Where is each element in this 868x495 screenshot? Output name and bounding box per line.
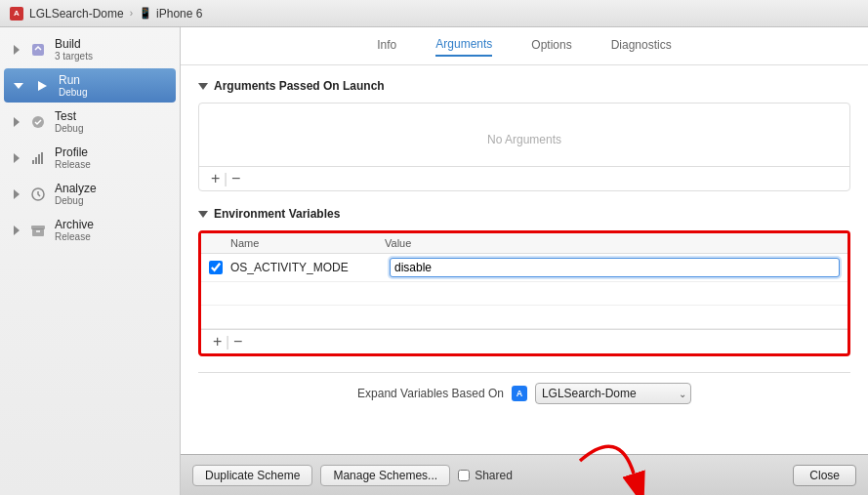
sidebar-item-archive[interactable]: Archive Release [4, 213, 176, 247]
arguments-section-title: Arguments Passed On Launch [214, 79, 385, 93]
env-remove-button[interactable]: − [229, 334, 246, 350]
shared-label: Shared [475, 469, 513, 482]
device-name: iPhone 6 [156, 7, 202, 21]
expand-vars-select[interactable]: LGLSearch-Dome [535, 383, 691, 404]
expand-arrow-run [14, 83, 23, 89]
env-expand-icon[interactable] [198, 211, 208, 218]
test-title: Test [55, 109, 83, 123]
analyze-title: Analyze [55, 182, 97, 195]
test-text: Test Debug [55, 109, 83, 134]
arguments-empty-text: No Arguments [199, 103, 849, 166]
env-row-0-checkbox[interactable] [209, 261, 223, 274]
title-bar: A LGLSearch-Dome › 📱 iPhone 6 [0, 0, 868, 27]
env-col-value-header: Value [385, 237, 840, 249]
svg-rect-3 [32, 160, 34, 164]
duplicate-scheme-button[interactable]: Duplicate Scheme [192, 465, 312, 486]
project-name: LGLSearch-Dome [29, 7, 124, 21]
env-row-0-name: OS_ACTIVITY_MODE [230, 261, 382, 274]
tabs-bar: Info Arguments Options Diagnostics [181, 27, 868, 65]
env-row-0-value[interactable] [390, 258, 840, 277]
archive-subtitle: Release [55, 231, 94, 242]
analyze-subtitle: Debug [55, 195, 97, 206]
env-empty-row-2 [201, 306, 847, 329]
build-title: Build [55, 37, 93, 51]
content-wrapper: Info Arguments Options Diagnostics Argum… [181, 27, 868, 495]
svg-rect-8 [32, 228, 44, 236]
env-section-title: Environment Variables [214, 207, 340, 221]
red-arrow-indicator [570, 456, 648, 495]
profile-title: Profile [55, 145, 91, 159]
analyze-text: Analyze Debug [55, 182, 97, 206]
shared-checkbox-label: Shared [458, 469, 513, 482]
device-selector[interactable]: 📱 iPhone 6 [139, 7, 202, 21]
expand-vars-label: Expand Variables Based On [357, 387, 504, 400]
env-row-0: OS_ACTIVITY_MODE [201, 254, 847, 282]
svg-rect-6 [41, 152, 43, 164]
expand-arrow-test [14, 117, 20, 127]
build-icon [29, 41, 47, 59]
expand-vars-bar: Expand Variables Based On A LGLSearch-Do… [198, 372, 850, 412]
expand-arrow-profile [14, 153, 20, 163]
archive-title: Archive [55, 218, 94, 231]
svg-rect-0 [32, 44, 44, 56]
build-text: Build 3 targets [55, 37, 93, 62]
arguments-section-header: Arguments Passed On Launch [198, 79, 850, 93]
device-icon: 📱 [139, 7, 152, 20]
env-section-header: Environment Variables [198, 207, 850, 221]
env-empty-row-1 [201, 282, 847, 306]
env-table-header: Name Value [201, 233, 847, 254]
tab-options[interactable]: Options [531, 38, 571, 56]
sidebar-item-test[interactable]: Test Debug [4, 104, 176, 139]
svg-rect-5 [38, 154, 40, 164]
main-layout: Build 3 targets Run Debug [0, 27, 868, 495]
arguments-table: No Arguments + | − [198, 103, 850, 191]
sidebar-item-build[interactable]: Build 3 targets [4, 32, 176, 66]
env-add-remove-bar: + | − [201, 329, 847, 353]
profile-subtitle: Release [55, 159, 91, 170]
expand-vars-select-wrapper: LGLSearch-Dome ⌄ [535, 383, 691, 404]
expand-arrow-analyze [14, 189, 20, 199]
sidebar-item-profile[interactable]: Profile Release [4, 141, 176, 175]
run-title: Run [59, 73, 87, 87]
shared-checkbox[interactable] [458, 470, 470, 481]
content-area: Info Arguments Options Diagnostics Argum… [181, 27, 868, 454]
arguments-add-remove-bar: + | − [199, 166, 849, 190]
env-add-button[interactable]: + [209, 334, 226, 350]
sidebar-item-run[interactable]: Run Debug [4, 68, 176, 103]
profile-text: Profile Release [55, 145, 91, 170]
arguments-remove-button[interactable]: − [227, 171, 244, 186]
xcode-icon: A [512, 386, 527, 401]
sidebar: Build 3 targets Run Debug [0, 27, 181, 495]
test-icon [29, 113, 47, 131]
tab-diagnostics[interactable]: Diagnostics [611, 38, 672, 56]
archive-text: Archive Release [55, 218, 94, 242]
sidebar-item-analyze[interactable]: Analyze Debug [4, 177, 176, 211]
manage-schemes-button[interactable]: Manage Schemes... [320, 465, 450, 486]
run-icon [33, 77, 51, 95]
tab-info[interactable]: Info [377, 38, 396, 56]
tab-arguments[interactable]: Arguments [435, 37, 492, 57]
test-subtitle: Debug [55, 123, 83, 134]
env-col-name-header: Name [209, 237, 385, 249]
app-icon: A [10, 7, 23, 21]
profile-icon [29, 149, 47, 167]
analyze-icon [29, 186, 47, 203]
bottom-bar: Duplicate Scheme Manage Schemes... Share… [181, 454, 868, 495]
svg-marker-1 [38, 81, 47, 91]
archive-icon [29, 222, 47, 239]
run-text: Run Debug [59, 73, 87, 98]
svg-rect-4 [35, 157, 37, 164]
expand-arrow-build [14, 45, 20, 55]
svg-rect-9 [31, 226, 45, 229]
breadcrumb-arrow: › [130, 8, 133, 19]
env-table: Name Value OS_ACTIVITY_MODE [198, 230, 850, 356]
content-panel: Arguments Passed On Launch No Arguments … [181, 65, 868, 454]
build-subtitle: 3 targets [55, 51, 93, 62]
expand-arrow-archive [14, 226, 20, 235]
arguments-add-button[interactable]: + [207, 171, 224, 186]
close-button[interactable]: Close [793, 465, 856, 486]
arguments-expand-icon[interactable] [198, 83, 208, 90]
run-subtitle: Debug [59, 87, 87, 98]
